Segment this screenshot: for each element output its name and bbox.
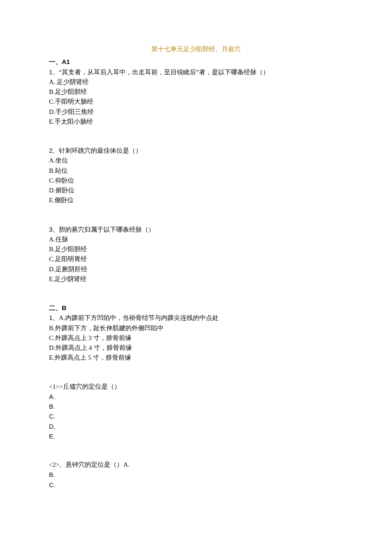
- option-a: A.: [49, 392, 343, 401]
- option-c: C.仰卧位: [49, 176, 343, 186]
- option-d: D.俯卧位: [49, 186, 343, 195]
- option-e: E.足少阴肾经: [49, 274, 343, 284]
- option-d: D.: [49, 421, 343, 431]
- option-b: B.: [49, 470, 343, 479]
- shared-c: C.外踝高点上 3 寸，腓骨前缘: [49, 333, 343, 343]
- opt-text: A.内踝前下方凹陷中，当褂骨结节与内踝尖连线的中点处: [59, 314, 219, 321]
- stem-text: 针刺环跳穴的最佳体位是（）: [59, 147, 142, 154]
- shared-a: 1、A.内踝前下方凹陷中，当褂骨结节与内踝尖连线的中点处: [49, 313, 343, 323]
- shared-b: B.外踝前下方，趾长伸肌腱的外侧凹陷中: [49, 323, 343, 333]
- option-c: C.足阳明胃经: [49, 254, 343, 264]
- option-c: C.手阳明大肠经: [49, 97, 343, 107]
- option-c: C.: [49, 411, 343, 421]
- stem-text: 胆的募穴归属于以下哪条经脉（）: [59, 226, 155, 233]
- question-b-shared: 1、A.内踝前下方凹陷中，当褂骨结节与内踝尖连线的中点处 B.外踝前下方，趾长伸…: [49, 313, 343, 363]
- section-a1-heading: 一、A1: [49, 57, 343, 67]
- question-stem: 3、胆的募穴归属于以下哪条经脉（）: [49, 224, 343, 235]
- option-a: A.任脉: [49, 235, 343, 244]
- option-b: B.站位: [49, 166, 343, 176]
- stem-prefix: 1、: [49, 314, 59, 321]
- question-stem: 1、“其支者，从耳后入耳中，出走耳前，至目锐眦后”者，是以下哪条经脉（）: [49, 67, 343, 77]
- section-b-heading: 二、B: [49, 303, 343, 313]
- sub-stem: <2>、悬钟穴的定位是（）A.: [49, 460, 343, 470]
- question-a1-2: 2、针刺环跳穴的最佳体位是（） A.坐位 B.站位 C.仰卧位 D.俯卧位 E.…: [49, 145, 343, 206]
- option-e: E.侧卧位: [49, 195, 343, 205]
- stem-prefix: 3、: [49, 226, 59, 233]
- sub-stem: <1>>丘墟穴的定位是（）: [49, 382, 343, 392]
- question-b-sub2: <2>、悬钟穴的定位是（）A. B. C.: [49, 460, 343, 490]
- option-d: D.足厥阴肝经: [49, 264, 343, 274]
- option-a: A.坐位: [49, 156, 343, 166]
- page-title: 第十七单元足少阳胆经、月俞穴: [49, 44, 343, 54]
- stem-prefix: 2、: [49, 147, 59, 154]
- option-e: E.: [49, 431, 343, 441]
- option-b: B.足少阳胆经: [49, 87, 343, 97]
- option-b: B.足少阳胆经: [49, 244, 343, 254]
- option-b: B.: [49, 401, 343, 411]
- question-a1-3: 3、胆的募穴归属于以下哪条经脉（） A.任脉 B.足少阳胆经 C.足阳明胃经 D…: [49, 224, 343, 285]
- question-a1-1: 1、“其支者，从耳后入耳中，出走耳前，至目锐眦后”者，是以下哪条经脉（） A. …: [49, 67, 343, 127]
- option-c: C.: [49, 480, 343, 490]
- option-a: A. 足少阴肾经: [49, 77, 343, 87]
- option-e: E.手太阳小肠经: [49, 117, 343, 127]
- question-stem: 2、针刺环跳穴的最佳体位是（）: [49, 145, 343, 156]
- option-d: D.手少阳三焦经: [49, 107, 343, 117]
- shared-e: E.外踝高点上 5 寸，腓骨前缘: [49, 353, 343, 363]
- question-b-sub1: <1>>丘墟穴的定位是（） A. B. C. D. E.: [49, 382, 343, 442]
- stem-text: “其支者，从耳后入耳中，出走耳前，至目锐眦后”者，是以下哪条经脉（）: [59, 69, 269, 76]
- stem-prefix: 1、: [49, 68, 59, 76]
- shared-d: D.外踝高点上 4 寸，腓骨前缘: [49, 343, 343, 353]
